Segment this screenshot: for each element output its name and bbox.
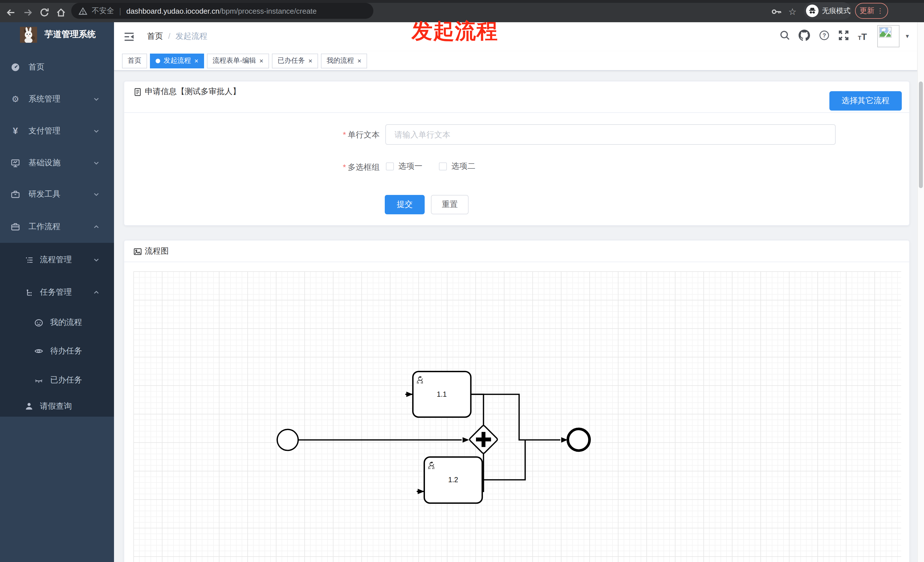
sidebar-item-dev-tools[interactable]: 研发工具 [0,180,114,209]
fullscreen-icon[interactable] [838,30,849,40]
update-label[interactable]: 更新 [860,6,874,16]
reset-button[interactable]: 重置 [431,195,468,214]
browser-menu-dots-icon[interactable]: ⋮ [877,8,884,13]
user-task-1-2[interactable]: 1.2 [424,457,482,503]
sidebar-item-done-tasks[interactable]: 已办任务 [0,366,114,395]
sidebar-item-infrastructure[interactable]: 基础设施 [0,148,114,178]
browser-forward-icon[interactable] [23,7,33,18]
password-key-icon[interactable] [771,7,782,16]
checkbox-group-label: *多选框组 [312,161,380,173]
submit-button[interactable]: 提交 [385,195,424,214]
sidebar-item-leave-query[interactable]: 请假查询 [0,391,114,421]
checkbox-option-1[interactable]: 选项一 [386,161,422,172]
tab-create-process[interactable]: 发起流程 × [150,53,204,68]
select-other-process-button[interactable]: 选择其它流程 [830,91,902,111]
start-event[interactable] [278,430,298,451]
checkbox-icon[interactable] [386,162,394,171]
face-icon [34,318,44,328]
breadcrumb-separator: / [168,31,170,42]
sidebar-item-system-management[interactable]: ⚙ 系统管理 [0,84,114,114]
browser-tab-strip [0,0,924,3]
incognito-badge: 无痕模式 [804,2,852,19]
address-bar[interactable]: 不安全 | dashboard.yudao.iocoder.cn /bpm/pr… [71,3,374,19]
browser-update-button[interactable]: 更新 ⋮ [855,3,888,19]
task-label: 1.1 [437,390,447,398]
briefcase-icon [10,222,21,232]
tree-list-icon [24,255,34,265]
chevron-up-icon [92,223,100,231]
dashboard-icon [10,62,21,72]
chevron-down-icon [92,159,100,167]
tab-home[interactable]: 首页 [122,53,147,68]
card-divider [124,112,909,113]
tab-form-edit[interactable]: 流程表单-编辑 × [207,53,269,68]
sidebar-collapse-icon[interactable] [124,31,135,42]
search-icon[interactable] [780,30,790,40]
chevron-down-icon [92,127,100,135]
required-asterisk: * [343,162,346,172]
sidebar-item-process-management[interactable]: 流程管理 [0,245,114,275]
checkbox-icon[interactable] [439,162,447,171]
sidebar: 芋道管理系统 首页 ⚙ 系统管理 ¥ 支付管理 基础设施 [0,22,114,562]
incognito-label: 无痕模式 [822,6,850,16]
tags-view-bar: 首页 发起流程 × 流程表单-编辑 × 已办任务 × 我的流程 × [114,51,924,71]
browser-reload-icon[interactable] [39,7,50,18]
single-line-text-label: *单行文本 [312,129,380,140]
chevron-down-icon [92,256,100,264]
url-divider: | [119,6,121,15]
parallel-gateway[interactable] [469,425,498,454]
sidebar-item-task-management[interactable]: 任务管理 [0,277,114,307]
user-icon [24,401,34,412]
svg-text:?: ? [822,32,826,39]
url-host[interactable]: dashboard.yudao.iocoder.cn [126,6,219,15]
app-logo [20,27,37,43]
bookmark-star-icon[interactable]: ☆ [788,6,796,17]
url-path[interactable]: /bpm/process-instance/create [219,6,316,15]
chevron-up-icon [92,288,100,297]
bpmn-diagram: 1.1 1.2 [134,271,901,562]
tab-my-process[interactable]: 我的流程 × [321,53,367,68]
tab-done-tasks[interactable]: 已办任务 × [272,53,318,68]
breadcrumb: 首页 / 发起流程 [147,31,207,42]
sidebar-item-home[interactable]: 首页 [0,52,114,82]
not-secure-label[interactable]: 不安全 [92,6,114,16]
eye-open-icon [34,346,44,356]
end-event[interactable] [568,429,590,451]
yen-icon: ¥ [10,126,21,136]
page-scrollbar-thumb[interactable] [919,81,923,188]
browser-back-icon[interactable] [6,7,16,18]
checkbox-option-2[interactable]: 选项二 [439,161,476,172]
monitor-icon [10,158,21,168]
branch-icon [24,287,34,298]
single-line-text-input[interactable] [386,124,836,145]
github-icon[interactable] [799,30,810,41]
breadcrumb-home[interactable]: 首页 [147,31,163,42]
user-task-1-1[interactable]: 1.1 [413,372,471,417]
breadcrumb-current: 发起流程 [176,31,207,42]
bpmn-canvas[interactable]: 1.1 1.2 [134,271,901,562]
help-icon[interactable]: ? [819,30,830,40]
sidebar-item-workflow[interactable]: 工作流程 [0,212,114,242]
chevron-down-icon [92,95,100,103]
task-label: 1.2 [448,476,458,484]
close-icon[interactable]: × [357,57,362,64]
not-secure-icon [79,6,87,15]
avatar[interactable] [877,25,900,47]
sidebar-item-my-process[interactable]: 我的流程 [0,308,114,337]
font-size-icon[interactable]: TT [858,32,867,42]
annotation-text: 发起流程 [411,17,498,46]
sidebar-item-payment-management[interactable]: ¥ 支付管理 [0,116,114,146]
close-icon[interactable]: × [260,57,263,64]
caret-down-icon[interactable]: ▾ [906,33,909,40]
document-icon [134,87,142,96]
diagram-title-row: 流程图 [134,246,169,256]
app-title[interactable]: 芋道管理系统 [45,29,96,40]
close-icon[interactable]: × [308,57,312,64]
app-navbar: 首页 / 发起流程 ? TT ▾ [114,22,924,51]
browser-home-icon[interactable] [56,7,66,18]
chevron-down-icon [92,190,100,198]
apply-info-title-row: 申请信息【测试多审批人】 [134,87,240,97]
sidebar-item-todo-tasks[interactable]: 待办任务 [0,336,114,366]
apply-info-title: 申请信息【测试多审批人】 [145,87,240,97]
close-icon[interactable]: × [194,57,198,64]
